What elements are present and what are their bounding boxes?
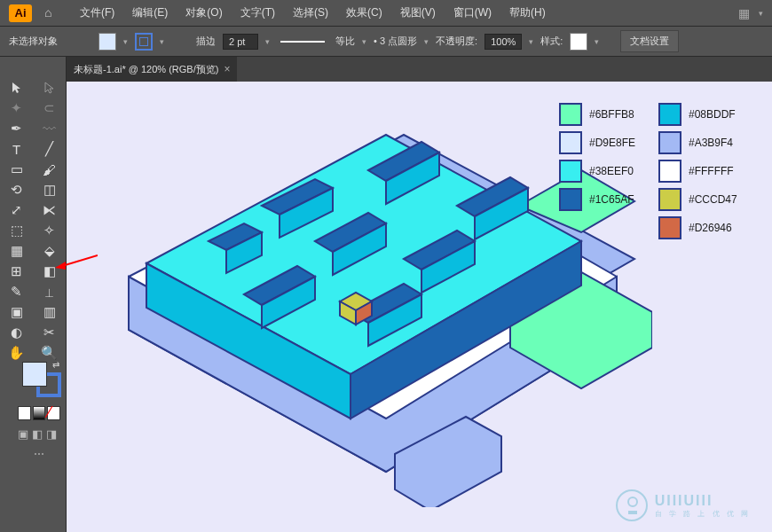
tab-title: 未标题-1.ai* @ 120% (RGB/预览) (74, 63, 218, 76)
blend-tool[interactable]: ◐ (5, 323, 28, 342)
color-mode-solid[interactable] (18, 406, 31, 420)
stroke-preview (280, 41, 325, 43)
menu-effect[interactable]: 效果(C) (339, 2, 390, 24)
screen-mode-icon[interactable]: ▣ (18, 427, 28, 441)
palette-label: #38EEF0 (589, 165, 651, 177)
palette-label: #D26946 (689, 222, 751, 234)
eyedropper-tool[interactable]: ✎ (5, 282, 28, 301)
line-tool[interactable]: ╱ (38, 139, 61, 159)
svg-line-28 (62, 255, 98, 266)
color-mode-row: ⁄ (18, 406, 60, 420)
palette-swatch (559, 188, 582, 211)
magic-wand-tool[interactable]: ✦ (5, 98, 28, 118)
document-tab[interactable]: 未标题-1.ai* @ 120% (RGB/预览) × (67, 57, 237, 82)
watermark-icon (616, 489, 648, 521)
width-tool[interactable]: ⧔ (38, 200, 61, 220)
profile-preview[interactable]: • 3 点圆形 (374, 35, 417, 48)
menu-object[interactable]: 对象(O) (178, 2, 229, 24)
palette-swatch (559, 103, 582, 126)
style-dropdown[interactable]: ▾ (595, 37, 599, 46)
palette-label: #6BFFB8 (589, 108, 651, 121)
eraser-tool[interactable]: ◫ (38, 180, 61, 200)
palette-label: #CCCD47 (689, 193, 751, 206)
opacity-label: 不透明度: (436, 35, 477, 48)
perspective-grid-tool[interactable]: ▦ (5, 241, 28, 261)
artboard-tool[interactable]: ▣ (5, 302, 28, 322)
palette-label: #D9E8FE (589, 137, 651, 149)
menu-window[interactable]: 窗口(W) (446, 2, 499, 24)
close-icon[interactable]: × (224, 63, 230, 75)
selection-tool[interactable] (5, 78, 28, 98)
menu-view[interactable]: 视图(V) (393, 2, 443, 24)
menu-help[interactable]: 帮助(H) (502, 2, 553, 24)
scale-tool[interactable]: ⤢ (5, 200, 28, 220)
palette-swatch (658, 188, 681, 211)
edit-toolbar-icon[interactable]: ⋯ (34, 448, 60, 460)
curvature-tool[interactable]: 〰 (38, 119, 61, 138)
mesh-tool[interactable]: ⊞ (5, 262, 28, 281)
pen-tool[interactable]: ✒ (5, 119, 28, 138)
watermark: UIIIUIII 自 学 路 上 优 优 网 (616, 489, 751, 521)
free-transform-tool[interactable]: ⬚ (5, 221, 28, 240)
style-label: 样式: (540, 35, 563, 48)
color-mode-none[interactable]: ⁄ (47, 406, 60, 420)
svg-marker-29 (55, 262, 66, 270)
color-palette-legend: #6BFFB8 #08BDDF #D9E8FE #A3B9F4 #38EEF0 … (559, 103, 751, 239)
slice-tool[interactable]: ✂ (38, 323, 61, 342)
fill-dropdown[interactable]: ▾ (123, 37, 128, 46)
fill-color-box[interactable] (22, 362, 47, 387)
scale-dropdown[interactable]: ▾ (362, 37, 366, 46)
type-tool[interactable]: T (5, 139, 28, 159)
palette-swatch (559, 160, 582, 183)
direct-selection-tool[interactable] (38, 78, 61, 98)
layout-dropdown[interactable]: ▾ (759, 9, 763, 18)
profile-dropdown[interactable]: ▾ (424, 37, 429, 46)
tool-panel: ✦ ✒ T ▭ ⟲ ⤢ ⬚ ▦ ⊞ ✎ ▣ ◐ ✋ ⊂ 〰 ╱ 🖌 ◫ ⧔ ✧ … (0, 57, 67, 532)
lasso-tool[interactable]: ⊂ (38, 98, 61, 118)
paintbrush-tool[interactable]: 🖌 (38, 160, 61, 179)
measure-tool[interactable]: ⟂ (38, 282, 61, 301)
fill-swatch[interactable] (98, 33, 116, 51)
scale-label: 等比 (335, 35, 355, 48)
menu-text[interactable]: 文字(T) (233, 2, 282, 24)
style-swatch[interactable] (570, 33, 587, 51)
palette-swatch (658, 131, 681, 154)
graph-tool[interactable]: ▥ (38, 302, 61, 322)
palette-label: #1C65AF (589, 193, 651, 206)
menu-file[interactable]: 文件(F) (73, 2, 122, 24)
opacity-dropdown[interactable]: ▾ (529, 37, 533, 46)
menu-select[interactable]: 选择(S) (286, 2, 335, 24)
stroke-swatch[interactable] (135, 33, 153, 51)
stroke-width-dropdown[interactable]: ▾ (265, 37, 270, 46)
rectangle-tool[interactable]: ▭ (5, 160, 28, 179)
layout-icon[interactable]: ▦ (733, 6, 755, 20)
tab-bar: 未标题-1.ai* @ 120% (RGB/预览) × (67, 57, 772, 82)
palette-swatch (559, 131, 582, 154)
doc-setup-button[interactable]: 文档设置 (620, 30, 679, 52)
fill-stroke-indicator[interactable]: ⇄ ⁄ ▣ ◧ ◨ ⋯ (9, 355, 60, 460)
control-bar: 未选择对象 ▾ ▾ 描边 2 pt ▾ 等比 ▾ • 3 点圆形 ▾ 不透明度:… (0, 27, 772, 57)
draw-behind-icon[interactable]: ◨ (46, 427, 57, 441)
palette-label: #A3B9F4 (689, 137, 751, 149)
opacity-input[interactable]: 100% (484, 34, 522, 50)
annotation-arrow (55, 254, 98, 273)
palette-swatch (658, 103, 681, 126)
color-mode-gradient[interactable] (33, 406, 46, 420)
menu-edit[interactable]: 编辑(E) (125, 2, 175, 24)
swap-colors-icon[interactable]: ⇄ (52, 360, 59, 370)
watermark-brand: UIIIUIII (655, 493, 751, 509)
stroke-width-input[interactable]: 2 pt (223, 34, 258, 50)
watermark-tagline: 自 学 路 上 优 优 网 (655, 509, 751, 519)
app-logo: Ai (9, 4, 32, 22)
stroke-label: 描边 (196, 35, 216, 48)
puppet-tool[interactable]: ✧ (38, 221, 61, 240)
stroke-dropdown[interactable]: ▾ (160, 37, 164, 46)
palette-swatch (658, 216, 681, 239)
palette-label: #08BDDF (689, 108, 751, 121)
rotate-tool[interactable]: ⟲ (5, 180, 28, 200)
canvas[interactable]: #6BFFB8 #08BDDF #D9E8FE #A3B9F4 #38EEF0 … (67, 82, 772, 532)
draw-mode-icon[interactable]: ◧ (32, 427, 43, 441)
selection-status: 未选择对象 (9, 35, 58, 48)
home-icon[interactable]: ⌂ (44, 5, 60, 21)
palette-label: #FFFFFF (689, 165, 751, 177)
